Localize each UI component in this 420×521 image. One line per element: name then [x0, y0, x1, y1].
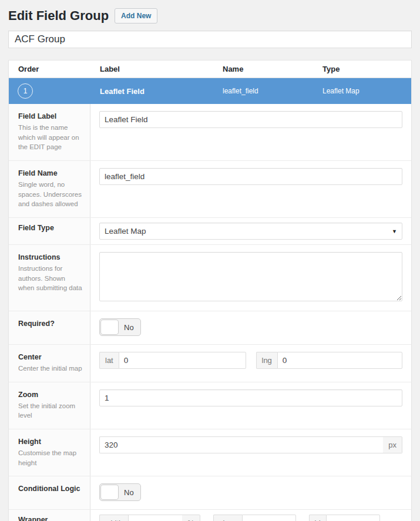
instructions-textarea[interactable]	[99, 252, 402, 301]
field-name-input[interactable]	[99, 168, 402, 185]
column-header-type: Type	[313, 60, 411, 78]
field-name-description: Single word, no spaces. Underscores and …	[18, 180, 83, 209]
setting-row-conditional-logic: Conditional Logic No	[9, 476, 411, 510]
field-row-type: Leaflet Map	[313, 87, 411, 95]
conditional-logic-toggle[interactable]: No	[99, 483, 141, 501]
setting-row-height: Height Customise the map height px	[9, 429, 411, 476]
height-label: Height	[18, 438, 83, 446]
setting-row-wrapper-attributes: Wrapper Attributes width % class id	[9, 510, 411, 521]
column-header-name: Name	[213, 60, 313, 78]
height-unit-suffix: px	[383, 436, 402, 453]
lat-prefix: lat	[99, 352, 119, 369]
setting-row-zoom: Zoom Set the initial zoom level	[9, 382, 411, 429]
conditional-logic-label: Conditional Logic	[18, 485, 83, 493]
add-new-button[interactable]: Add New	[115, 8, 157, 23]
required-toggle[interactable]: No	[99, 318, 141, 336]
center-lat-input[interactable]	[119, 352, 246, 369]
id-prefix: id	[309, 515, 326, 521]
setting-row-field-label: Field Label This is the name which will …	[9, 104, 411, 161]
toggle-knob[interactable]	[100, 485, 119, 500]
wrapper-width-input[interactable]	[128, 515, 182, 521]
column-header-order: Order	[9, 60, 90, 78]
fields-table-header: Order Label Name Type	[9, 60, 411, 78]
setting-row-instructions: Instructions Instructions for authors. S…	[9, 245, 411, 311]
fields-metabox: Order Label Name Type 1 Leaflet Field le…	[8, 60, 412, 521]
page-header: Edit Field Group Add New	[8, 6, 412, 31]
field-group-title-input[interactable]	[8, 31, 412, 48]
setting-row-field-name: Field Name Single word, no spaces. Under…	[9, 161, 411, 218]
height-description: Customise the map height	[18, 448, 83, 468]
setting-row-field-type: Field Type Leaflet Map ▼	[9, 218, 411, 245]
lng-prefix: lng	[256, 352, 277, 369]
field-row-label: Leaflet Field	[90, 87, 213, 96]
setting-row-required: Required? No	[9, 311, 411, 345]
zoom-input[interactable]	[99, 389, 402, 406]
required-toggle-value: No	[119, 319, 140, 335]
wrapper-id-input[interactable]	[326, 515, 380, 521]
field-order-badge[interactable]: 1	[18, 83, 33, 99]
field-row-leaflet-field[interactable]: 1 Leaflet Field leaflet_field Leaflet Ma…	[9, 78, 411, 104]
field-row-name: leaflet_field	[213, 87, 313, 95]
field-name-label: Field Name	[18, 169, 83, 177]
zoom-description: Set the initial zoom level	[18, 401, 83, 421]
class-prefix: class	[213, 515, 242, 521]
center-description: Center the initial map	[18, 364, 83, 374]
instructions-label: Instructions	[18, 253, 83, 261]
field-label-description: This is the name which will appear on th…	[18, 123, 83, 152]
instructions-description: Instructions for authors. Shown when sub…	[18, 264, 83, 293]
center-label: Center	[18, 353, 83, 361]
column-header-label: Label	[90, 60, 213, 78]
field-label-input[interactable]	[99, 111, 402, 128]
wrapper-attributes-label: Wrapper Attributes	[18, 516, 83, 521]
conditional-logic-toggle-value: No	[119, 484, 140, 500]
width-suffix: %	[182, 515, 200, 521]
setting-row-center: Center Center the initial map lat lng	[9, 345, 411, 382]
field-label-label: Field Label	[18, 112, 83, 120]
center-lng-input[interactable]	[277, 352, 402, 369]
wrapper-class-input[interactable]	[242, 515, 296, 521]
width-prefix: width	[99, 515, 128, 521]
toggle-knob[interactable]	[100, 320, 119, 335]
required-label: Required?	[18, 320, 83, 328]
edit-field-group-page: Edit Field Group Add New Order Label Nam…	[0, 0, 420, 521]
field-type-label: Field Type	[18, 224, 83, 232]
height-input[interactable]	[99, 436, 383, 453]
zoom-label: Zoom	[18, 391, 83, 399]
field-type-select[interactable]: Leaflet Map	[99, 223, 402, 240]
page-title: Edit Field Group	[8, 8, 109, 23]
